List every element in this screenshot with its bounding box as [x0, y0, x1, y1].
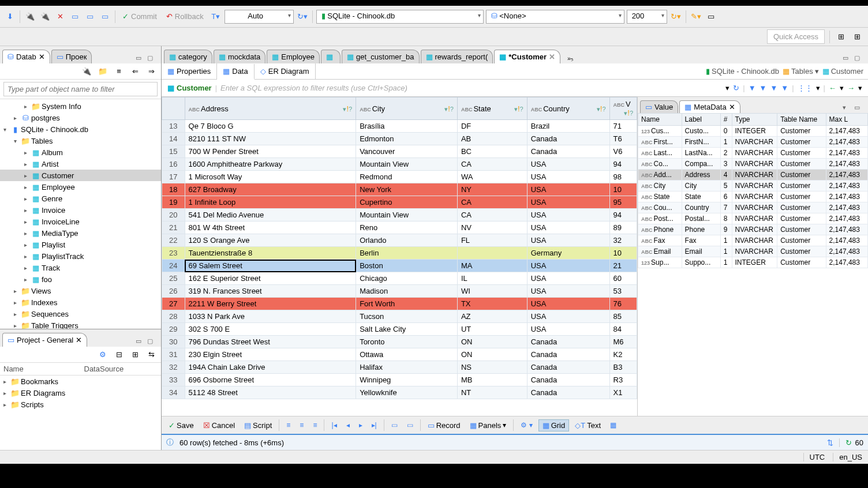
config-icon[interactable]: ⚙ ▾ — [517, 420, 536, 430]
tab-project[interactable]: ▭Project - General ✕ — [2, 333, 87, 347]
tab-data[interactable]: ▦Data — [217, 64, 254, 80]
table-row[interactable]: 33696 Osborne StreetWinnipegMBCanadaR3 — [162, 374, 637, 386]
table-row[interactable]: 30796 Dundas Street WestTorontoONCanadaM… — [162, 336, 637, 348]
nav-fwd-icon[interactable]: → — [847, 84, 855, 92]
project-item-bookmarks[interactable]: ▸📁Bookmarks — [0, 376, 161, 387]
dup-row-icon[interactable]: ▭ — [403, 420, 417, 430]
nav-fwd-icon[interactable]: ⇒ — [145, 65, 158, 78]
nav-last-icon[interactable]: ▸| — [368, 420, 380, 430]
table-row[interactable]: 29302 S 700 ESalt Lake CityUTUSA84 — [162, 323, 637, 336]
tree-filter-input[interactable] — [3, 82, 158, 96]
sql3-icon[interactable]: ▭ — [99, 10, 111, 23]
nav-back-icon[interactable]: ← — [829, 84, 836, 92]
minimize-icon[interactable]: ▭ — [843, 54, 852, 63]
table-row[interactable]: 281033 N Park AveTucsonAZUSA85 — [162, 310, 637, 323]
editor-tab-get-customer-ba[interactable]: ▦get_customer_ba — [342, 50, 419, 63]
tree-item-system-info[interactable]: ▸📁System Info — [0, 100, 161, 112]
tree-item-playlist[interactable]: ▸▦Playlist — [0, 239, 161, 250]
nav-prev-icon[interactable]: ◂ — [343, 420, 353, 430]
meta-row[interactable]: ABCLast...LastNa...2NVARCHARCustomer2,14… — [638, 148, 868, 159]
meta-row[interactable]: ABCFaxFax1NVARCHARCustomer2,147,483 — [638, 235, 868, 246]
export-icon[interactable]: ▦ — [607, 420, 620, 430]
filter-3-icon[interactable]: ▼ — [770, 84, 777, 92]
meta-row[interactable]: ABCFirst...FirstN...1NVARCHARCustomer2,1… — [638, 137, 868, 148]
nav-folder-icon[interactable]: 📁 — [96, 65, 109, 78]
tab-database-navigator[interactable]: ⛁Datab ✕ — [2, 50, 50, 63]
maximize-icon[interactable]: ▢ — [147, 54, 156, 63]
meta-row[interactable]: ABCCo...Compa...3NVARCHARCustomer2,147,4… — [638, 159, 868, 170]
editor-tab-category[interactable]: ▦category — [164, 50, 212, 63]
disconnect-icon[interactable]: ✕ — [54, 10, 66, 23]
breadcrumb-customer[interactable]: ▦Customer — [822, 67, 863, 76]
menu-icon[interactable]: ▭ — [705, 10, 717, 23]
tab-projects[interactable]: ▭Проек — [51, 50, 92, 63]
minimize-icon[interactable]: ▭ — [136, 337, 145, 347]
close-icon[interactable]: ✕ — [549, 52, 555, 61]
meta-row[interactable]: ABCStateState6NVARCHARCustomer2,147,483 — [638, 192, 868, 202]
table-row[interactable]: 21801 W 4th StreetRenoNVUSA89 — [162, 222, 637, 234]
database-tree[interactable]: ▸📁System Info▸⛁postgres▾▮SQLite - Chinoo… — [0, 99, 161, 329]
maximize-icon[interactable]: ▢ — [147, 337, 156, 347]
tree-item-artist[interactable]: ▸▦Artist — [0, 158, 161, 170]
connection-combo[interactable]: ▮ SQLite - Chinook.db — [316, 10, 484, 24]
proj-link-icon[interactable]: ⇆ — [145, 348, 158, 361]
sql-icon[interactable]: ▭ — [69, 10, 81, 23]
minimize-icon[interactable]: ▭ — [136, 54, 145, 63]
data-grid[interactable]: ABCAddress▾!?ABCCity▾!?ABCState▾!?ABCCou… — [162, 97, 637, 399]
history-icon[interactable]: ↻▾ — [296, 10, 309, 23]
table-row[interactable]: 25162 E Superior StreetChicagoILUSA60 — [162, 272, 637, 285]
nav-first-icon[interactable]: |◂ — [328, 420, 340, 430]
table-row[interactable]: 32194A Chain Lake DriveHalifaxNSCanadaB3 — [162, 361, 637, 374]
sql2-icon[interactable]: ▭ — [84, 10, 96, 23]
tree-item-playlisttrack[interactable]: ▸▦PlaylistTrack — [0, 250, 161, 262]
tree-item-genre[interactable]: ▸▦Genre — [0, 193, 161, 204]
filter-dropdown-icon[interactable]: ▾ — [725, 84, 729, 92]
overflow-tabs-icon[interactable]: »₅ — [564, 54, 577, 63]
breadcrumb-db[interactable]: ▮SQLite - Chinook.db — [706, 67, 779, 76]
table-row[interactable]: 191 Infinite LoopCupertinoCAUSA95 — [162, 196, 637, 209]
tree-item-postgres[interactable]: ▸⛁postgres — [0, 112, 161, 123]
project-item-er-diagrams[interactable]: ▸📁ER Diagrams — [0, 387, 161, 399]
column-state[interactable]: ABCState▾!? — [457, 97, 527, 120]
table-row[interactable]: 20541 Del Medio AvenueMountain ViewCAUSA… — [162, 209, 637, 222]
scroll-mode-icon[interactable]: ⋮⋮ — [798, 84, 813, 92]
editor-tab-employee[interactable]: ▦Employee — [267, 50, 320, 63]
editor-tab--sqlite-chino[interactable]: ▦ — [321, 50, 341, 63]
cancel-button[interactable]: ☒Cancel — [200, 420, 238, 431]
table-row[interactable]: 148210 111 ST NWEdmontonABCanadaT6 — [162, 133, 637, 145]
proj-collapse-icon[interactable]: ⊟ — [113, 348, 125, 361]
meta-row[interactable]: ABCAdd...Address4NVARCHARCustomer2,147,4… — [638, 170, 868, 181]
table-row[interactable]: 272211 W Berry StreetFort WorthTXUSA76 — [162, 298, 637, 310]
column-v[interactable]: ABCV▾!? — [609, 97, 637, 120]
maximize-icon[interactable]: ▢ — [854, 54, 863, 63]
tree-item-tables[interactable]: ▾📁Tables — [0, 135, 161, 147]
tab-metadata[interactable]: ▦MetaData ✕ — [679, 100, 740, 113]
table-row[interactable]: 161600 Amphitheatre ParkwayMountain View… — [162, 158, 637, 171]
tree-item-table-triggers[interactable]: ▸📁Table Triggers — [0, 320, 161, 329]
align1-icon[interactable]: ≡ — [283, 420, 294, 430]
meta-row[interactable]: ABCPost...Postal...8NVARCHARCustomer2,14… — [638, 213, 868, 224]
nav-props-icon[interactable]: ≡ — [113, 65, 125, 78]
auto-combo[interactable]: Auto — [225, 10, 294, 24]
tab-value[interactable]: ▭Value — [640, 100, 678, 113]
tree-item-sequences[interactable]: ▸📁Sequences — [0, 308, 161, 320]
tree-item-indexes[interactable]: ▸📁Indexes — [0, 296, 161, 308]
perspective-other-icon[interactable]: ⊞ — [851, 31, 863, 43]
nav-back-icon[interactable]: ⇐ — [129, 65, 141, 78]
editor-tab-mockdata[interactable]: ▦mockdata — [214, 50, 265, 63]
table-row[interactable]: 15700 W Pender StreetVancouverBCCanadaV6 — [162, 145, 637, 158]
filter-1-icon[interactable]: ▼ — [749, 84, 756, 92]
proj-expand-icon[interactable]: ⊞ — [129, 348, 141, 361]
limit-input[interactable]: 200 — [627, 10, 667, 24]
tree-item-employee[interactable]: ▸▦Employee — [0, 181, 161, 193]
tx-mode-icon[interactable]: T▾ — [209, 10, 222, 23]
meta-row[interactable]: 123Cus...Custo...0INTEGERCustomer2,147,4… — [638, 126, 868, 137]
tree-item-album[interactable]: ▸▦Album — [0, 147, 161, 158]
panel-min-icon[interactable]: ▭ — [854, 104, 863, 113]
refresh-icon[interactable]: ↻▾ — [669, 10, 682, 23]
table-row[interactable]: 22120 S Orange AveOrlandoFLUSA32 — [162, 234, 637, 247]
column-country[interactable]: ABCCountry▾!? — [527, 97, 609, 120]
close-icon[interactable]: ✕ — [76, 336, 82, 344]
meta-row[interactable]: ABCCityCity5NVARCHARCustomer2,147,483 — [638, 181, 868, 192]
filter-2-icon[interactable]: ▼ — [760, 84, 767, 92]
